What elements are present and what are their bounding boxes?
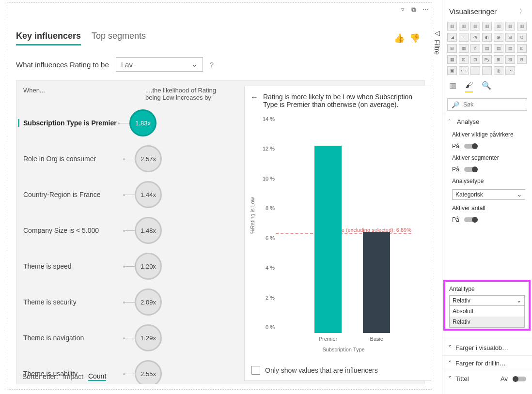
focus-icon[interactable]: ⧉ (411, 6, 416, 14)
tab-key-influencers[interactable]: Key influencers (16, 31, 81, 45)
colors-visual-section[interactable]: ˅Farger i visualobjektet for... (442, 340, 532, 355)
enable-key-influencers-label: Aktiver viktige påvirkere (452, 131, 525, 138)
viz-type-icon[interactable]: ⊡ (470, 55, 480, 64)
influencer-label: Role in Org is consumer (23, 155, 125, 163)
viz-type-icon[interactable]: ⊞ (505, 55, 515, 64)
bar-chart: Subscription Type 0 %2 %4 %6 %8 %10 %12 … (276, 125, 411, 333)
influencer-label: Theme is navigation (23, 334, 125, 342)
influencer-item[interactable]: Role in Org is consumer 2.57x (23, 141, 235, 177)
viz-type-icon[interactable]: ⋮⋮ (459, 66, 469, 75)
analyse-section-header[interactable]: ˄ Analyse (442, 114, 532, 129)
viz-type-icon[interactable]: ▤ (505, 44, 515, 53)
filter-icon[interactable]: ▿ (401, 6, 405, 14)
influences-value: Lav (121, 61, 133, 69)
format-tab-icon[interactable]: 🖌 (465, 81, 473, 92)
viz-type-icon[interactable]: ▦ (447, 55, 457, 64)
viz-type-icon[interactable]: Py (482, 55, 492, 64)
viz-type-icon[interactable]: ⊡ (459, 55, 469, 64)
influencer-item[interactable]: Theme is speed 1.20x (23, 248, 235, 284)
analysis-type-select[interactable]: Kategorisk ⌄ (452, 189, 525, 200)
chart-bar[interactable] (314, 146, 342, 333)
viz-type-icon[interactable]: ⋔ (470, 44, 480, 53)
analytics-tab-icon[interactable]: 🔍 (482, 81, 491, 92)
viz-type-icon[interactable]: ◔ (470, 33, 480, 42)
viz-type-icon[interactable]: ▥ (482, 22, 492, 30)
viz-type-icon[interactable]: ⊞ (447, 44, 457, 53)
count-type-option-relativ[interactable]: Relativ (450, 317, 524, 327)
viz-type-icon[interactable]: ▥ (505, 22, 515, 30)
influencers-pane: When... ....the likelihood of Rating bei… (16, 81, 239, 384)
seg-toggle[interactable] (464, 167, 478, 172)
seg-state-label: På (452, 166, 459, 173)
influencer-label: Theme is speed (23, 262, 125, 270)
influencer-bubble: 1.83x (129, 109, 156, 136)
search-input[interactable] (463, 101, 532, 108)
title-label: Tittel (455, 375, 469, 382)
collapse-icon[interactable]: 〉 (519, 7, 526, 16)
prompt-prefix: What influences Rating to be (16, 61, 109, 69)
count-type-select[interactable]: Relativ ⌄ (449, 295, 525, 306)
influencer-item[interactable]: Theme is security 2.09x (23, 284, 235, 320)
viz-type-icon[interactable] (470, 66, 480, 75)
filters-collapsed-tab[interactable]: ◁ Filtre (433, 29, 441, 55)
viz-type-icon[interactable]: R (517, 55, 527, 64)
only-influencers-checkbox[interactable] (251, 366, 260, 375)
viz-type-icon[interactable]: ▥ (447, 22, 457, 30)
viz-type-icon[interactable]: ▦ (459, 44, 469, 53)
analyse-label: Analyse (457, 118, 479, 125)
influencer-item[interactable]: Theme is navigation 1.29x (23, 320, 235, 356)
tab-top-segments[interactable]: Top segments (92, 31, 146, 45)
viz-type-icon[interactable]: ⊚ (517, 33, 527, 42)
fields-tab-icon[interactable]: ▥ (449, 81, 456, 92)
help-icon[interactable]: ? (210, 61, 214, 69)
count-type-option-absolutt[interactable]: Absolutt (450, 306, 524, 317)
viz-type-icon[interactable]: ⊞ (494, 55, 503, 64)
influencer-label: Company Size is < 5.000 (23, 227, 125, 234)
influencer-item[interactable]: Company Size is < 5.000 1.48x (23, 212, 235, 248)
chevron-down-icon: ⌄ (517, 191, 522, 198)
colors-drill-label: Farger for drilling i visualo... (455, 360, 509, 367)
viz-type-icon[interactable]: ▥ (470, 22, 480, 30)
caret-up-icon: ˄ (448, 119, 453, 125)
influencer-item[interactable]: Subscription Type is Premier 1.83x (23, 105, 235, 141)
viz-type-icon[interactable]: ⋯ (505, 66, 515, 75)
back-icon[interactable]: ← (250, 93, 258, 102)
viz-type-icon[interactable]: ▥ (459, 22, 469, 30)
count-toggle[interactable] (464, 217, 478, 222)
viz-type-icon[interactable]: ⊞ (505, 33, 515, 42)
viz-type-icon[interactable]: ◐ (482, 33, 492, 42)
influencer-bubble: 2.57x (135, 145, 162, 172)
viz-type-icon[interactable]: ◎ (494, 66, 503, 75)
title-section[interactable]: ˅Tittel Av (442, 371, 532, 386)
viz-type-icon[interactable]: ∴ (459, 33, 469, 42)
influencer-bubble: 2.55x (135, 360, 162, 384)
viz-type-icon[interactable]: ▤ (482, 44, 492, 53)
viz-type-icon[interactable]: ▥ (517, 22, 527, 30)
viz-type-icon[interactable]: ▤ (494, 44, 503, 53)
sort-impact[interactable]: Impact (63, 373, 83, 380)
influencer-bubble: 2.09x (135, 288, 162, 316)
thumbs-down-icon[interactable]: 👎 (409, 33, 420, 44)
title-toggle[interactable] (513, 377, 526, 381)
kv-toggle[interactable] (464, 144, 478, 149)
stem-line (125, 195, 135, 195)
visual-container: ▿ ⧉ ⋯ Key influencers Top segments 👍 👎 W… (7, 2, 432, 390)
influencer-item[interactable]: Country-Region is France 1.44x (23, 177, 235, 212)
viz-type-icon[interactable] (482, 66, 492, 75)
viz-type-icon[interactable]: ◉ (494, 33, 503, 42)
viz-type-icon[interactable]: ▥ (494, 22, 503, 30)
sort-count[interactable]: Count (88, 372, 106, 381)
influences-dropdown[interactable]: Lav ⌄ (116, 57, 203, 72)
y-tick: 4 % (262, 265, 275, 271)
viz-type-icon[interactable]: ◢ (447, 33, 457, 42)
thumbs-up-icon[interactable]: 👍 (394, 33, 405, 44)
viz-type-icon[interactable]: ▣ (447, 66, 457, 75)
chart-xlabel: Subscription Type (276, 347, 411, 352)
chart-bar[interactable] (363, 232, 390, 333)
format-search[interactable]: 🔎 (447, 98, 527, 111)
influencer-bubble: 1.20x (135, 253, 162, 280)
viz-type-icon[interactable]: ⊡ (517, 44, 527, 53)
colors-drill-section[interactable]: ˅Farger for drilling i visualo... (442, 355, 532, 371)
more-icon[interactable]: ⋯ (422, 6, 429, 14)
viz-type-picker: ▥▥▥▥▥▥▥◢∴◔◐◉⊞⊚⊞▦⋔▤▤▤⊡▦⊡⊡Py⊞⊞R▣⋮⋮◎⋯ (442, 20, 532, 78)
